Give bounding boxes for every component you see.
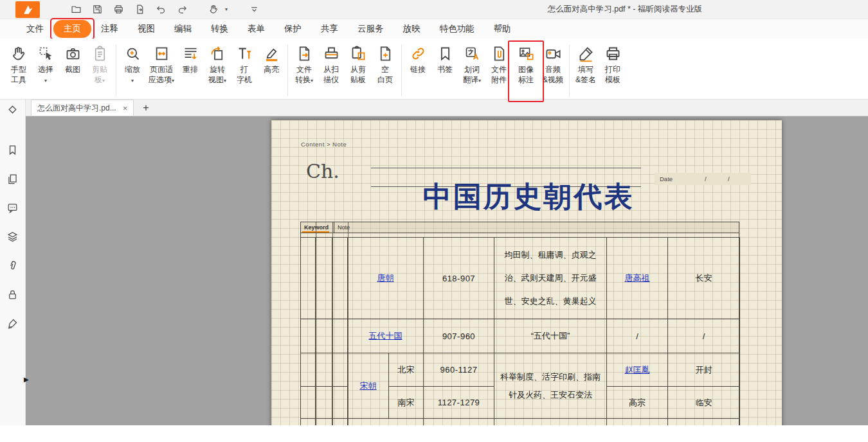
- menu-item-share[interactable]: 共享: [311, 20, 348, 38]
- document-viewport[interactable]: Content > Note Ch. Date / / 中国历史朝代表 Keyw…: [26, 116, 868, 425]
- period-cell: 1127-1279: [424, 387, 494, 419]
- new-tab-icon[interactable]: +: [143, 102, 149, 114]
- menu-item-file[interactable]: 文件: [17, 20, 53, 38]
- undo-icon[interactable]: [153, 2, 168, 17]
- dropdown-caret-icon: ▾: [311, 78, 313, 84]
- menu-item-comment[interactable]: 注释: [91, 20, 128, 38]
- ribbon-tool-bookmark[interactable]: 书签: [431, 45, 458, 75]
- ribbon-tool-typewriter[interactable]: 打 字机: [231, 45, 258, 85]
- highlight-pen-icon: [263, 45, 280, 62]
- zoom-icon: [124, 45, 141, 62]
- menu-bar: 文件 主页 注释 视图 编辑 转换 表单 保护 共享 云服务 放映 特色功能 帮…: [0, 19, 868, 39]
- period-cell: 907-960: [424, 319, 494, 353]
- ribbon-tool-select[interactable]: 选择 ▾: [32, 45, 59, 85]
- blank-page-icon: [377, 45, 394, 62]
- navigation-sidebar: [0, 100, 26, 425]
- document-tab[interactable]: 怎么面对高中学习.pd... ×: [31, 100, 134, 116]
- hand-tool-caret-icon[interactable]: ▾: [225, 6, 228, 12]
- ribbon-tool-snapshot[interactable]: 截图: [59, 45, 86, 75]
- ribbon-group-separator: [116, 45, 116, 96]
- capital-cell: 长安: [668, 238, 740, 319]
- layers-panel-icon[interactable]: [6, 231, 19, 243]
- menu-item-convert[interactable]: 转换: [201, 20, 238, 38]
- menu-item-protect[interactable]: 保护: [275, 20, 311, 38]
- document-tab-bar: 怎么面对高中学习.pd... × +: [26, 100, 868, 116]
- founder-cell: /: [607, 319, 668, 353]
- hand-tool-quick-icon[interactable]: [206, 2, 221, 17]
- period-cell: 960-1127: [424, 353, 494, 387]
- ribbon-tool-link[interactable]: 链接: [404, 45, 431, 75]
- attachments-panel-icon[interactable]: [6, 260, 19, 272]
- customize-toolbar-icon[interactable]: [246, 2, 262, 17]
- translate-icon: [464, 45, 481, 62]
- pages-panel-icon[interactable]: [6, 173, 19, 185]
- panel-collapse-handle-icon[interactable]: ▶: [24, 376, 29, 383]
- founder-cell: 赵匡胤: [607, 353, 668, 387]
- table-row: 唐朝 618-907 均田制、租庸调、贞观之治、武则天建周、开元盛世、安史之乱、…: [301, 238, 740, 319]
- bookmark-icon: [437, 45, 454, 62]
- file-convert-icon: [296, 45, 313, 62]
- notes-cell: 均田制、租庸调、贞观之治、武则天建周、开元盛世、安史之乱、黄巢起义: [494, 238, 607, 319]
- menu-item-edit[interactable]: 编辑: [165, 20, 201, 38]
- tab-close-icon[interactable]: ×: [123, 103, 128, 113]
- ribbon-tool-clipboard: 剪贴 板▾: [86, 45, 113, 85]
- ribbon-tool-print-template[interactable]: 打印 模板: [599, 45, 626, 85]
- ribbon-tool-file-convert[interactable]: 文件 转换▾: [291, 45, 318, 85]
- ribbon-tool-file-attachment[interactable]: 文件 附件: [485, 45, 512, 85]
- ribbon-tool-from-scanner[interactable]: 从扫 描仪: [318, 45, 345, 85]
- menu-item-present[interactable]: 放映: [393, 20, 430, 38]
- dynasty-link[interactable]: 宋朝: [360, 381, 377, 391]
- comments-panel-icon[interactable]: [6, 202, 19, 214]
- ribbon-group-separator: [287, 45, 288, 96]
- save-icon[interactable]: [89, 2, 105, 17]
- bookmarks-panel-icon[interactable]: [6, 144, 19, 156]
- ribbon-tool-zoom[interactable]: 缩放 ▾: [119, 45, 146, 85]
- ribbon-tool-blank-page[interactable]: 空 白页: [372, 45, 399, 85]
- redo-icon[interactable]: [174, 2, 190, 17]
- export-icon[interactable]: [132, 2, 147, 17]
- hand-icon: [10, 45, 28, 62]
- ribbon-tool-page-fit[interactable]: 页面适 应选项▾: [146, 45, 177, 85]
- ribbon-tool-from-clipboard[interactable]: 从剪 贴板: [345, 45, 372, 85]
- menu-item-view[interactable]: 视图: [128, 20, 165, 38]
- security-panel-icon[interactable]: [6, 288, 19, 301]
- printer-icon: [604, 45, 622, 62]
- eraser-icon[interactable]: [6, 103, 19, 116]
- notes-cell: “五代十国”: [494, 319, 607, 353]
- page-breadcrumb: Content > Note: [301, 141, 347, 148]
- ribbon-tool-audio-video[interactable]: 音频 &视频: [539, 45, 566, 85]
- dropdown-caret-icon: ▾: [172, 78, 174, 84]
- founder-link[interactable]: 唐高祖: [625, 273, 650, 283]
- menu-item-cloud[interactable]: 云服务: [348, 20, 393, 38]
- dynasty-link[interactable]: 五代十国: [369, 331, 402, 340]
- ribbon-tool-hand[interactable]: 手型 工具: [5, 45, 32, 85]
- ribbon-tool-highlight[interactable]: 高亮: [258, 45, 285, 75]
- open-file-icon[interactable]: [68, 2, 84, 17]
- pdf-page: Content > Note Ch. Date / / 中国历史朝代表 Keyw…: [271, 120, 782, 425]
- dynasty-link[interactable]: 唐朝: [377, 273, 394, 283]
- clipboard-page-icon: [350, 45, 367, 62]
- dynasty-cell: 五代十国: [348, 319, 424, 353]
- rotate-view-icon: [209, 45, 226, 62]
- ribbon-tool-image-annotation[interactable]: 图像 标注: [512, 45, 539, 85]
- founder-link[interactable]: 赵匡胤: [625, 365, 650, 375]
- menu-item-home[interactable]: 主页: [53, 20, 91, 38]
- scanner-icon: [323, 45, 340, 62]
- print-icon[interactable]: [111, 2, 126, 17]
- menu-item-help[interactable]: 帮助: [484, 20, 521, 38]
- table-row: 辽朝 916-1125 “澶渊之盟”、民族独特的契丹文字 耶律阿保机 上京: [301, 419, 740, 426]
- period-cell: 618-907: [424, 238, 494, 319]
- founder-cell: 耶律阿保机: [607, 419, 668, 426]
- ribbon-tool-fill-sign[interactable]: 填写 &签名: [572, 45, 599, 85]
- ribbon-tool-reflow[interactable]: 重排: [177, 45, 204, 75]
- menu-item-form[interactable]: 表单: [238, 20, 275, 38]
- signature-panel-icon[interactable]: [6, 317, 19, 330]
- ribbon-tool-rotate-view[interactable]: 旋转 视图▾: [204, 45, 231, 85]
- menu-item-features[interactable]: 特色功能: [430, 20, 484, 38]
- fit-page-icon: [153, 45, 170, 62]
- foxit-logo-icon: [15, 1, 40, 18]
- branch-cell: 南宋: [389, 387, 424, 419]
- ribbon-tool-word-translate[interactable]: 划词 翻译▾: [458, 45, 485, 85]
- attachment-icon: [491, 45, 508, 62]
- link-icon: [410, 45, 427, 62]
